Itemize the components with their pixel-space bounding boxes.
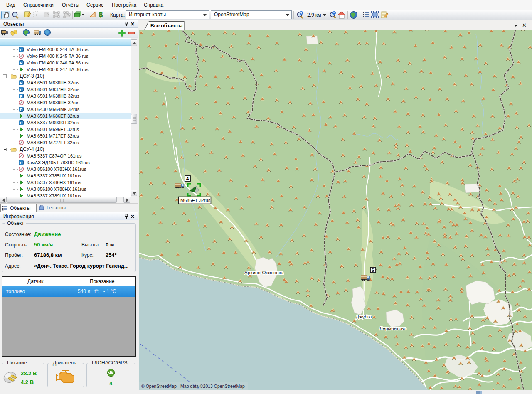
svg-text:Все объекты: Все объекты <box>150 23 182 29</box>
svg-text:Джубга: Джубга <box>356 314 372 319</box>
svg-text:4: 4 <box>186 176 189 181</box>
svg-text:М686ЕТ 32rus: М686ЕТ 32rus <box>180 198 211 203</box>
svg-text:© OpenStreetMap - Map data ©20: © OpenStreetMap - Map data ©2013 OpenStr… <box>141 384 245 389</box>
svg-text:$: $ <box>99 11 103 18</box>
svg-text:✕: ✕ <box>522 22 527 28</box>
svg-text:Лермонтово: Лермонтово <box>379 326 406 331</box>
svg-text:Архипо-Осиповка: Архипо-Осиповка <box>244 270 284 275</box>
svg-text:6: 6 <box>372 268 374 273</box>
